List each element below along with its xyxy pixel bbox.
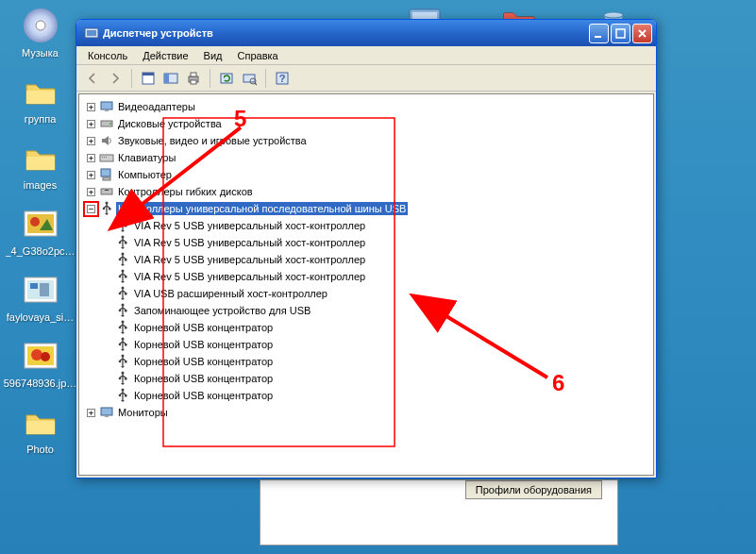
tree-label: Корневой USB концентратор [132, 389, 275, 402]
tree-item-usb-controllers[interactable]: − Контроллеры универсальной последовател… [79, 200, 653, 217]
tree-label: Корневой USB концентратор [132, 338, 275, 351]
svg-rect-51 [125, 225, 127, 227]
app-icon [84, 25, 99, 41]
help-button[interactable]: ? [272, 68, 293, 89]
svg-rect-20 [595, 36, 601, 38]
display-icon [99, 99, 114, 114]
tree-label: VIA USB расширенный хост-контроллер [132, 287, 329, 300]
expand-icon[interactable]: + [87, 120, 95, 128]
floppy-icon [99, 184, 114, 199]
svg-rect-81 [125, 395, 127, 397]
svg-point-73 [122, 355, 125, 358]
tree-item-usb-child[interactable]: Корневой USB концентратор [79, 387, 653, 404]
hardware-profiles-button[interactable]: Профили оборудования [465, 480, 602, 499]
svg-point-79 [122, 389, 125, 392]
svg-point-58 [122, 270, 125, 273]
desktop-icon-images[interactable]: images [0, 138, 80, 191]
svg-rect-25 [164, 74, 169, 83]
tree-item-usb-child[interactable]: VIA Rev 5 USB универсальный хост-контрол… [79, 268, 653, 285]
tree-item-keyboard[interactable]: + Клавиатуры [79, 149, 653, 166]
menu-help[interactable]: Справка [230, 48, 286, 63]
computer-icon [99, 167, 114, 182]
tree-label: Клавиатуры [116, 151, 177, 164]
tree-item-usb-child[interactable]: Корневой USB концентратор [79, 319, 653, 336]
desktop-icon-img1[interactable]: _4_G38o2pc… [0, 204, 80, 257]
sound-icon [99, 133, 114, 148]
desktop-icon-img3[interactable]: 596748936.jp… [0, 336, 80, 389]
tree-item-usb-child[interactable]: Запоминающее устройство для USB [79, 302, 653, 319]
device-manager-window: Диспетчер устройств Консоль Действие Вид… [76, 19, 657, 478]
close-button[interactable] [632, 24, 652, 43]
usb-icon [115, 388, 130, 403]
tree-item-floppy[interactable]: + Контроллеры гибких дисков [79, 183, 653, 200]
menu-action[interactable]: Действие [135, 48, 195, 63]
svg-rect-39 [102, 157, 103, 158]
titlebar[interactable]: Диспетчер устройств [76, 20, 656, 46]
svg-point-9 [30, 217, 40, 227]
tree-item-usb-child[interactable]: Корневой USB концентратор [79, 370, 653, 387]
expand-icon[interactable]: + [87, 137, 95, 145]
tree-label: VIA Rev 5 USB универсальный хост-контрол… [132, 236, 367, 249]
tree-item-usb-child[interactable]: VIA Rev 5 USB универсальный хост-контрол… [79, 217, 653, 234]
usb-icon [115, 320, 130, 335]
properties-button[interactable] [138, 68, 159, 89]
tree-label: VIA Rev 5 USB универсальный хост-контрол… [132, 270, 367, 283]
svg-point-53 [119, 242, 122, 244]
back-button[interactable] [82, 68, 103, 89]
icon-label: 596748936.jp… [4, 378, 77, 389]
usb-icon [115, 371, 130, 386]
device-tree[interactable]: + Видеоадаптеры + Дисковые устройства + … [78, 93, 654, 476]
tree-item-video[interactable]: + Видеоадаптеры [79, 98, 653, 115]
expand-icon[interactable]: + [87, 103, 95, 111]
usb-icon [115, 354, 130, 369]
tree-item-usb-child[interactable]: Корневой USB концентратор [79, 336, 653, 353]
svg-point-61 [122, 287, 125, 290]
expand-icon[interactable]: + [87, 171, 95, 179]
tree-item-sound[interactable]: + Звуковые, видео и игровые устройства [79, 132, 653, 149]
tree-label: Дисковые устройства [116, 117, 224, 130]
expand-icon[interactable]: + [87, 188, 95, 196]
tree-label: Мониторы [116, 406, 170, 419]
tree-item-computer[interactable]: + Компьютер [79, 166, 653, 183]
svg-point-59 [119, 276, 122, 278]
svg-rect-13 [40, 283, 49, 296]
desktop-icon-music[interactable]: Музыка [0, 6, 80, 59]
svg-rect-57 [125, 259, 127, 261]
svg-rect-38 [100, 155, 113, 161]
desktop-icon-img2[interactable]: faylovaya_si… [0, 270, 80, 323]
show-hide-button[interactable] [160, 68, 181, 89]
usb-icon [115, 218, 130, 233]
svg-point-37 [109, 123, 111, 125]
menu-view[interactable]: Вид [196, 48, 230, 63]
expand-icon[interactable]: + [87, 409, 95, 417]
print-button[interactable] [183, 68, 204, 89]
tree-label: Корневой USB концентратор [132, 372, 275, 385]
menu-console[interactable]: Консоль [80, 48, 135, 63]
tree-item-usb-child[interactable]: VIA USB расширенный хост-контроллер [79, 285, 653, 302]
tree-label: Контроллеры универсальной последовательн… [116, 202, 408, 215]
svg-rect-34 [101, 102, 112, 109]
tree-item-usb-child[interactable]: Корневой USB концентратор [79, 353, 653, 370]
tree-item-usb-child[interactable]: VIA Rev 5 USB универсальный хост-контрол… [79, 251, 653, 268]
svg-rect-66 [125, 310, 127, 312]
desktop-icon-photo[interactable]: Photo [0, 402, 80, 455]
svg-point-77 [119, 378, 122, 380]
svg-point-76 [122, 372, 125, 375]
expand-icon[interactable]: + [87, 154, 95, 162]
svg-rect-78 [125, 378, 127, 380]
collapse-icon[interactable]: − [87, 205, 95, 213]
desktop-icon-group[interactable]: группа [0, 72, 80, 125]
tree-item-disk[interactable]: + Дисковые устройства [79, 115, 653, 132]
svg-point-71 [119, 344, 122, 346]
svg-rect-28 [191, 80, 196, 84]
tree-label: Компьютер [116, 168, 174, 181]
forward-button[interactable] [105, 68, 126, 89]
refresh-button[interactable] [216, 68, 237, 89]
minimize-button[interactable] [589, 24, 609, 43]
tree-item-usb-child[interactable]: VIA Rev 5 USB универсальный хост-контрол… [79, 234, 653, 251]
scan-button[interactable] [239, 68, 260, 89]
svg-rect-63 [125, 293, 127, 295]
tree-item-monitors[interactable]: + Мониторы [79, 404, 653, 421]
svg-point-56 [119, 259, 122, 261]
maximize-button[interactable] [611, 24, 630, 43]
